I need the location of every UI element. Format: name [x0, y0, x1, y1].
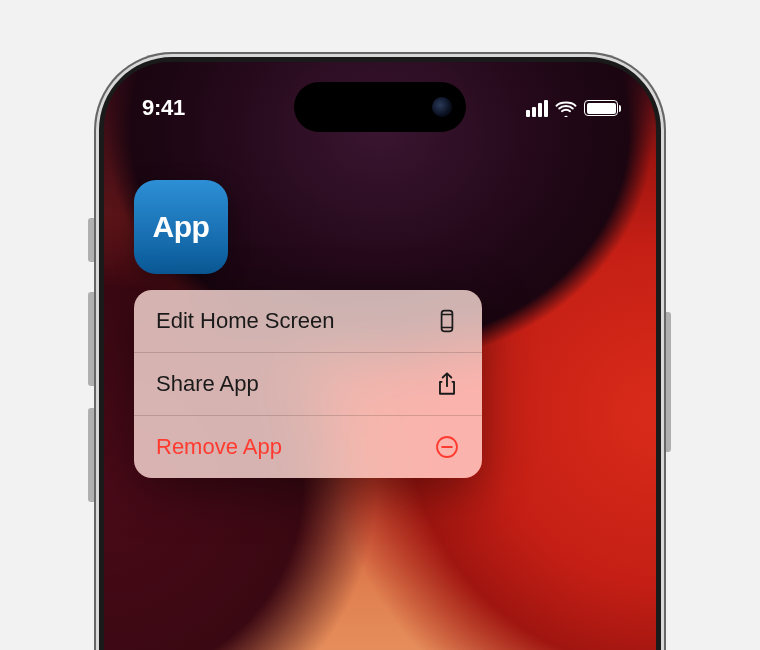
status-bar: 9:41 — [104, 88, 656, 128]
battery-icon — [584, 100, 618, 116]
minus-circle-icon — [434, 434, 460, 460]
share-icon — [434, 371, 460, 397]
status-indicators — [526, 99, 618, 117]
status-time: 9:41 — [142, 95, 185, 121]
cellular-signal-icon — [526, 100, 548, 117]
menu-item-label: Share App — [156, 371, 259, 397]
phone-frame: 9:41 App — [96, 54, 664, 650]
wifi-icon — [555, 99, 577, 117]
phone-icon — [434, 308, 460, 334]
app-icon[interactable]: App — [134, 180, 228, 274]
menu-item-edit-home-screen[interactable]: Edit Home Screen — [134, 290, 482, 353]
menu-item-label: Edit Home Screen — [156, 308, 335, 334]
context-menu: Edit Home Screen Share App — [134, 290, 482, 478]
app-icon-label: App — [153, 210, 210, 244]
menu-item-share-app[interactable]: Share App — [134, 353, 482, 416]
menu-item-label: Remove App — [156, 434, 282, 460]
menu-item-remove-app[interactable]: Remove App — [134, 416, 482, 478]
home-screen[interactable]: 9:41 App — [104, 62, 656, 650]
